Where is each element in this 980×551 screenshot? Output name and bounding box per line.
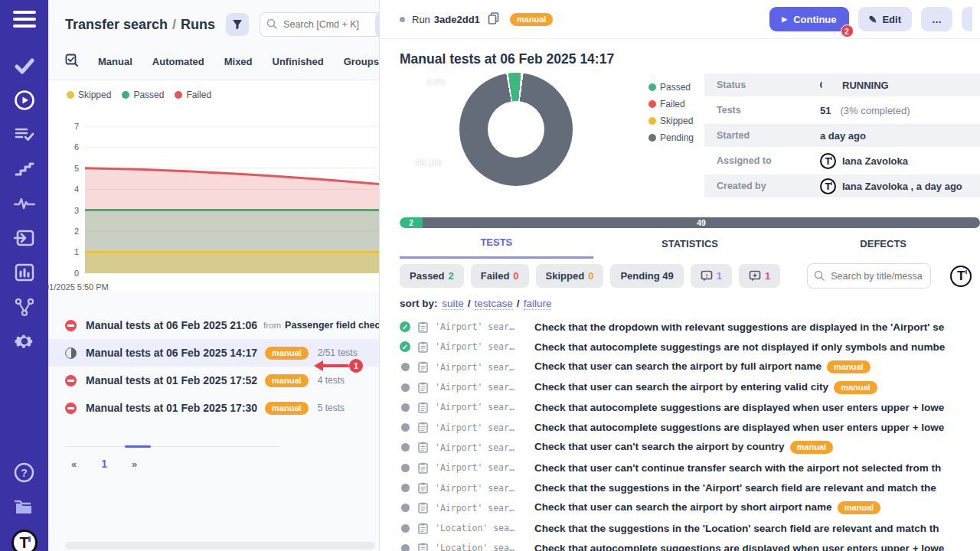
test-row[interactable]: 'Airport' sear… Check that autocomplete … (400, 417, 980, 437)
test-row[interactable]: 'Airport' sear… Check that user can sear… (400, 377, 980, 397)
avatar: T (820, 153, 836, 169)
chip-passed[interactable]: Passed2 (400, 264, 464, 288)
pending-dot-icon (401, 423, 410, 432)
test-row[interactable]: ✓ 'Airport' sear… Check that the dropdow… (400, 317, 980, 337)
pending-dot-icon (401, 464, 410, 472)
tab-statistics[interactable]: STATISTICS (593, 228, 787, 259)
skipped-dot-icon (648, 117, 656, 125)
search-icon (266, 18, 277, 32)
test-row[interactable]: 'Airport' sear… Check that autocomplete … (400, 397, 980, 417)
tab-tests[interactable]: TESTS (400, 228, 593, 259)
menu-icon[interactable] (13, 11, 36, 28)
test-row[interactable]: 'Airport' sear… Check that user can sear… (400, 357, 980, 377)
pending-dot-icon (401, 524, 410, 533)
test-plans-list-check-icon[interactable] (11, 122, 38, 146)
pagination-next-button[interactable]: » (132, 458, 137, 470)
app-logo[interactable]: T (11, 530, 38, 551)
chip-pending[interactable]: Pending 49 (610, 264, 683, 288)
tab-defects[interactable]: DEFECTS (786, 228, 980, 259)
sort-by-failure[interactable]: failure (524, 298, 552, 310)
sign-in-icon[interactable] (11, 226, 38, 249)
pagination: « 1 » (71, 446, 379, 470)
select-all-icon[interactable] (65, 54, 78, 70)
settings-gear-icon[interactable] (11, 329, 38, 353)
horizontal-scrollbar[interactable] (65, 542, 375, 549)
pagination-prev-button[interactable]: « (71, 458, 77, 470)
manual-badge: manual (265, 374, 309, 387)
search-clear-button[interactable]: × (375, 11, 380, 37)
more-button[interactable]: … (921, 7, 952, 31)
manual-badge: manual (265, 402, 309, 415)
test-row[interactable]: 'Airport' sear… Check that the suggestio… (400, 478, 980, 497)
test-row[interactable]: 'Airport' sear… Check that user can't co… (400, 458, 980, 478)
run-status-dot-icon (400, 17, 405, 22)
runs-filter-tabs: Manual Automated Mixed Unfinished Groups (48, 44, 379, 80)
user-avatar[interactable]: T (950, 266, 972, 287)
info-row-assigned: Assigned to TIana Zavoloka (704, 149, 980, 172)
run-list-item[interactable]: Manual tests at 01 Feb 2025 17:52 manual… (48, 367, 379, 394)
test-row[interactable]: 'Airport' sear… Check that user can't se… (400, 438, 980, 458)
skipped-dot-icon (67, 91, 74, 99)
chip-failed[interactable]: Failed0 (471, 264, 529, 288)
chip-comments[interactable]: ! 1 (691, 264, 732, 288)
test-filter-chips: Passed2 Failed0 Skipped0 Pending 49 ! 1 … (400, 263, 980, 289)
svg-text:6: 6 (74, 142, 79, 152)
donut-passed-label: 3.9% (426, 77, 446, 86)
avatar: T (820, 178, 836, 194)
passed-check-icon: ✓ (400, 341, 410, 352)
area-chart-svg: 7654 3210 (64, 103, 379, 281)
run-list-item[interactable]: Manual tests at 06 Feb 2025 21:06 from P… (48, 311, 379, 339)
progress-passed-segment: 2 (400, 217, 423, 228)
passed-dot-icon (122, 91, 129, 99)
comment-icon: ! (701, 270, 713, 282)
sort-by-suite[interactable]: suite (442, 298, 464, 310)
edit-button[interactable]: ✎ Edit (858, 7, 912, 31)
clipped-button[interactable] (962, 7, 972, 31)
test-row[interactable]: 'Airport' sear… Check that user can sear… (400, 498, 980, 518)
runs-panel-header: Transfer search/Runs × (48, 0, 379, 44)
test-row[interactable]: 'Location' sea… Check that autocomplete … (400, 538, 980, 551)
failed-dot-icon (175, 91, 182, 99)
pencil-icon: ✎ (869, 14, 877, 25)
runs-search-input[interactable] (260, 12, 380, 37)
funnel-icon (232, 19, 243, 30)
pagination-page-1[interactable]: 1 (101, 458, 107, 470)
copy-run-id-button[interactable] (486, 11, 501, 28)
test-search-input[interactable] (807, 263, 931, 289)
tab-mixed[interactable]: Mixed (224, 56, 253, 67)
run-test-count: 4 tests (318, 375, 345, 386)
tab-manual[interactable]: Manual (98, 56, 132, 67)
pagination-indicator (65, 446, 279, 447)
sort-by-testcase[interactable]: testcase (475, 298, 513, 310)
run-list-item[interactable]: Manual tests at 01 Feb 2025 17:30 manual… (48, 394, 379, 422)
help-icon[interactable]: ? (11, 461, 38, 484)
activity-pulse-icon[interactable] (11, 191, 38, 215)
tab-automated[interactable]: Automated (152, 56, 204, 67)
filter-button[interactable] (226, 13, 249, 36)
clipboard-icon (418, 502, 428, 514)
projects-folder-icon[interactable] (11, 495, 38, 519)
runs-play-circle-icon[interactable] (11, 88, 38, 112)
chip-add-comments[interactable]: 1 (739, 264, 780, 288)
run-list-item-selected[interactable]: Manual tests at 06 Feb 2025 14:17 manual… (48, 339, 379, 367)
svg-text:3: 3 (74, 206, 79, 215)
clipboard-icon (418, 442, 428, 453)
continue-button[interactable]: ▶ Continue 2 (769, 7, 848, 31)
branches-icon[interactable] (11, 295, 38, 318)
info-row-tests: Tests 51(3% completed) (704, 99, 980, 122)
reports-bar-chart-icon[interactable] (11, 260, 38, 284)
legend-skipped: Skipped (67, 90, 111, 100)
test-row[interactable]: 'Location' sea… Check that the suggestio… (400, 518, 980, 538)
pending-dot-icon (401, 403, 410, 412)
check-icon[interactable] (11, 54, 38, 77)
svg-text:4: 4 (74, 184, 79, 194)
breadcrumb-project[interactable]: Transfer search (65, 17, 168, 32)
tab-groups[interactable]: Groups (344, 56, 379, 67)
tab-unfinished[interactable]: Unfinished (273, 56, 324, 67)
pending-dot-icon (401, 383, 410, 392)
chip-skipped[interactable]: Skipped0 (536, 264, 604, 288)
test-row[interactable]: ✓ 'Airport' sear… Check that autocomplet… (400, 337, 980, 357)
steps-icon[interactable] (11, 157, 38, 181)
clipboard-icon (418, 321, 428, 333)
in-progress-status-icon (65, 347, 77, 359)
